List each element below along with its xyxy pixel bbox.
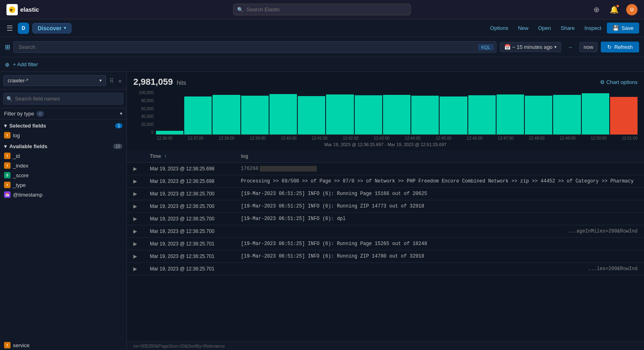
x-label-1250: 12:50:00: [591, 136, 606, 140]
bar-2[interactable]: [184, 96, 212, 134]
expand-row-9[interactable]: ▶: [133, 266, 137, 272]
time-cell-6: Mar 19, 2023 @ 12:36:25.700: [143, 225, 234, 238]
x-label-1243: 12:43:00: [374, 136, 389, 140]
field-item-timestamp[interactable]: 📅 @timestamp: [0, 190, 126, 199]
index-chevron-icon: ▾: [99, 78, 102, 83]
search-fields-input[interactable]: [3, 93, 123, 105]
share-button[interactable]: Share: [557, 23, 579, 34]
bar-6[interactable]: [298, 96, 325, 134]
time-range-to[interactable]: now: [579, 42, 598, 52]
save-icon: 💾: [612, 25, 619, 31]
bar-1[interactable]: [156, 131, 183, 134]
time-cell-7: Mar 19, 2023 @ 12:36:25.701: [143, 238, 234, 250]
bar-3[interactable]: [213, 95, 240, 134]
expand-row-7[interactable]: ▶: [133, 241, 137, 247]
th-log: log: [234, 150, 644, 163]
index-pattern-selector[interactable]: crawler-* ▾: [3, 75, 106, 86]
th-time[interactable]: Time ↑: [143, 150, 234, 163]
x-label-1244: 12:44:00: [405, 136, 421, 140]
field-name-index: _index: [13, 163, 28, 169]
bar-11[interactable]: [440, 96, 467, 134]
expand-row-8[interactable]: ▶: [133, 254, 137, 259]
save-button[interactable]: 💾 Save: [607, 23, 639, 34]
bar-9[interactable]: [383, 95, 410, 134]
field-item-log[interactable]: t log: [0, 130, 126, 140]
bar-13[interactable]: [497, 94, 524, 134]
main-layout: crawler-* ▾ ⠿ « 🔍 Filter by type 0 ▾: [0, 72, 644, 350]
hits-label: hits: [177, 79, 186, 86]
bar-12[interactable]: [468, 95, 496, 134]
time-cell-4: Mar 19, 2023 @ 12:36:25.700: [143, 200, 234, 213]
results-table-wrap[interactable]: Time ↑ log ▶ Mar 19, 2023 @ 12:36:25.698…: [127, 150, 644, 342]
field-name-type: _type: [13, 182, 26, 188]
bar-10[interactable]: [411, 96, 439, 134]
time-sort-icon[interactable]: ↑: [164, 153, 166, 159]
sidebar-grid-icon[interactable]: ⠿: [108, 76, 115, 86]
available-fields-section[interactable]: ▾ Available fields 10: [0, 140, 126, 151]
expand-row-3[interactable]: ▶: [133, 191, 137, 197]
filter-icon: ⊕: [5, 61, 10, 68]
x-label-1251: 12:51:00: [622, 136, 638, 140]
expand-row-6[interactable]: ▶: [133, 228, 137, 234]
x-label-1245: 12:45:00: [436, 136, 452, 140]
kql-badge[interactable]: KQL: [478, 44, 493, 50]
time-range-from[interactable]: 📅 ~ 15 minutes ago ▾: [500, 42, 561, 52]
secondary-nav: ☰ D Discover ▾ Options New Open Share In…: [0, 19, 644, 37]
field-item-type[interactable]: t _type: [0, 180, 126, 190]
expand-row-1[interactable]: ▶: [133, 166, 137, 172]
notifications-icon[interactable]: 🔔: [608, 4, 620, 15]
bottom-bar: ex=305280&PageSize=20&SortBy=Relevance: [127, 342, 644, 350]
global-search-input[interactable]: [233, 4, 411, 15]
field-item-score[interactable]: # _score: [0, 170, 126, 180]
x-label-1248: 12:48:00: [529, 136, 545, 140]
refresh-button[interactable]: ↻ Refresh: [601, 42, 639, 52]
bar-4[interactable]: [241, 96, 269, 134]
expand-row-5[interactable]: ▶: [133, 216, 137, 222]
x-label-1238: 12:38:00: [219, 136, 234, 140]
filter-by-type[interactable]: Filter by type 0 ▾: [0, 108, 126, 119]
sidebar-collapse-icon[interactable]: «: [117, 76, 123, 86]
app-name-button[interactable]: Discover ▾: [32, 23, 72, 34]
selected-fields-section[interactable]: ▾ Selected fields 1: [0, 119, 126, 130]
field-item-service[interactable]: t service: [0, 340, 126, 350]
y-label-20k: 20,000: [133, 122, 154, 127]
table-row: ▶ Mar 19, 2023 @ 12:36:25.700 ...ageInMi…: [127, 225, 644, 238]
bar-14[interactable]: [525, 96, 552, 134]
add-filter-button[interactable]: + Add filter: [13, 61, 38, 67]
filter-bar: ⊕ + Add filter: [0, 57, 644, 72]
table-header-row: Time ↑ log: [127, 150, 644, 163]
sidebar-icons: ⠿ «: [108, 76, 123, 86]
open-button[interactable]: Open: [534, 23, 555, 34]
filter-by-type-text: Filter by type: [4, 111, 34, 117]
bar-7[interactable]: [326, 94, 354, 134]
hits-count: 2,981,059: [133, 77, 173, 87]
options-button[interactable]: Options: [486, 23, 512, 34]
field-name-log: log: [13, 132, 20, 138]
field-name-timestamp: @timestamp: [13, 192, 42, 198]
time-cell-9: Mar 19, 2023 @ 12:36:25.701: [143, 263, 234, 275]
query-type-icon[interactable]: ⊞: [5, 43, 10, 51]
table-row: ▶ Mar 19, 2023 @ 12:36:25.701 ...les=200…: [127, 263, 644, 275]
inspect-button[interactable]: Inspect: [580, 23, 605, 34]
x-label-1247: 12:47:00: [498, 136, 514, 140]
bar-5[interactable]: [269, 94, 297, 134]
bar-15[interactable]: [553, 95, 581, 134]
hamburger-button[interactable]: ☰: [5, 22, 15, 34]
bar-16[interactable]: [582, 93, 609, 134]
expand-row-2[interactable]: ▶: [133, 178, 137, 184]
selected-fields-title: ▾ Selected fields: [4, 123, 46, 129]
table-row: ▶ Mar 19, 2023 @ 12:36:25.701 [19-Mar-20…: [127, 238, 644, 250]
field-item-id[interactable]: t _id: [0, 151, 126, 161]
avatar[interactable]: U: [626, 4, 638, 15]
elastic-logo[interactable]: e elastic: [6, 4, 39, 15]
bar-8[interactable]: [355, 95, 382, 134]
query-input[interactable]: [14, 42, 478, 52]
field-item-index[interactable]: t _index: [0, 161, 126, 170]
chart-options-button[interactable]: ⚙ Chart options: [600, 79, 638, 85]
field-name-score: _score: [13, 172, 29, 178]
x-label-1242: 12:42:00: [343, 136, 358, 140]
expand-row-4[interactable]: ▶: [133, 203, 137, 209]
bar-17[interactable]: [610, 97, 638, 134]
new-button[interactable]: New: [514, 23, 532, 34]
help-icon[interactable]: ⊕: [591, 4, 602, 15]
